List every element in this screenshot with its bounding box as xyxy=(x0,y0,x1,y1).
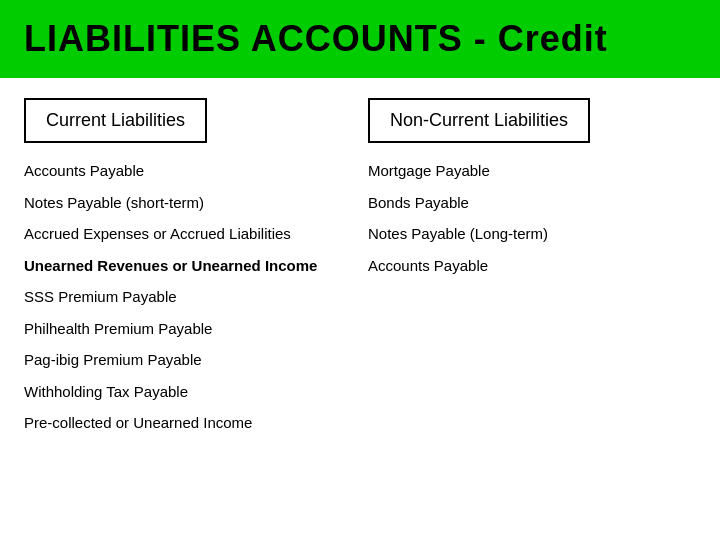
list-item: Notes Payable (Long-term) xyxy=(368,224,696,244)
list-item: SSS Premium Payable xyxy=(24,287,352,307)
list-item: Accounts Payable xyxy=(368,256,696,276)
right-column: Non-Current Liabilities Mortgage Payable… xyxy=(360,98,704,445)
list-item: Notes Payable (short-term) xyxy=(24,193,352,213)
header: LIABILITIES ACCOUNTS - Credit xyxy=(0,0,720,78)
list-item: Accrued Expenses or Accrued Liabilities xyxy=(24,224,352,244)
current-liabilities-list: Accounts PayableNotes Payable (short-ter… xyxy=(24,161,352,433)
list-item: Bonds Payable xyxy=(368,193,696,213)
header-title: LIABILITIES ACCOUNTS - Credit xyxy=(24,18,608,59)
content-area: Current Liabilities Accounts PayableNote… xyxy=(0,98,720,445)
left-column: Current Liabilities Accounts PayableNote… xyxy=(16,98,360,445)
non-current-liabilities-header: Non-Current Liabilities xyxy=(368,98,590,143)
current-liabilities-header: Current Liabilities xyxy=(24,98,207,143)
list-item: Pag-ibig Premium Payable xyxy=(24,350,352,370)
non-current-liabilities-list: Mortgage PayableBonds PayableNotes Payab… xyxy=(368,161,696,275)
list-item: Philhealth Premium Payable xyxy=(24,319,352,339)
list-item: Withholding Tax Payable xyxy=(24,382,352,402)
list-item: Mortgage Payable xyxy=(368,161,696,181)
list-item: Accounts Payable xyxy=(24,161,352,181)
list-item: Pre-collected or Unearned Income xyxy=(24,413,352,433)
list-item: Unearned Revenues or Unearned Income xyxy=(24,256,352,276)
